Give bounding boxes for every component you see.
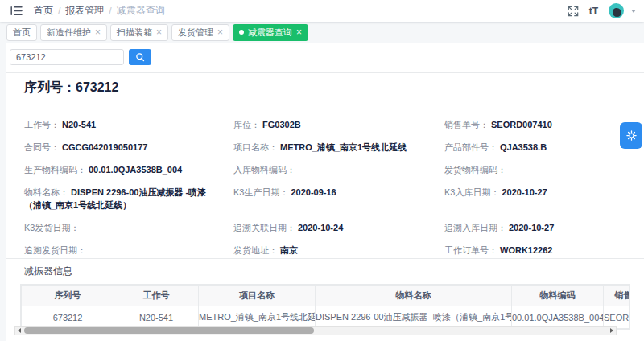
settings-fab-button[interactable] [620,122,642,149]
column-header-material-name: 物料名称 [316,286,512,306]
font-size-icon[interactable]: tT [589,6,598,17]
search-button[interactable] [129,49,151,65]
gear-icon [625,129,638,142]
field-k3-ship-date: K3发货日期： [24,221,233,234]
tab-home[interactable]: 首页 [6,24,37,41]
page-title: 序列号：673212 [24,80,118,97]
tab-scan-packing[interactable]: 扫描装箱 × [110,24,168,41]
results-table-container: 序列号 工作号 项目名称 物料名称 物料编码 销售单号 673212 N20-5… [20,284,630,330]
tab-label: 发货管理 [178,27,213,39]
section-title: 减振器信息 [24,265,644,278]
main-content: 序列号：673212 工作号：N20-541 库位：FG0302B 销售单号：S… [6,43,644,341]
tab-label: 首页 [13,27,31,39]
breadcrumb-item-reports[interactable]: 报表管理 [65,4,104,18]
breadcrumb-item-current: 减震器查询 [117,4,165,18]
field-ship-material-code: 发货物料编码： [444,163,633,176]
tab-close-icon[interactable]: × [95,27,101,37]
horizontal-scrollbar[interactable] [14,326,617,335]
column-header-project: 项目名称 [199,286,316,306]
tab-close-icon[interactable]: × [296,27,302,37]
column-header-sales-order: 销售单号 [604,286,630,306]
user-menu-caret-icon[interactable] [631,10,636,13]
field-product-part-no: 产品部件号：QJA3538.B [444,141,633,154]
breadcrumb: 首页 / 报表管理 / 减震器查询 [34,4,165,18]
navbar-actions: tT [568,3,636,18]
scrollbar-thumb[interactable] [24,327,314,334]
field-prod-material-code: 生产物料编码：00.01.0QJA3538B_004 [24,163,233,176]
field-trace-link-date: 追溯关联日期：2020-10-24 [233,221,444,234]
collapse-menu-button[interactable] [8,3,24,19]
tab-new-part-maintenance[interactable]: 新造件维护 × [40,24,107,41]
column-header-material-code: 物料编码 [512,286,604,306]
top-navbar: 首页 / 报表管理 / 减震器查询 tT [0,0,644,22]
tab-damper-query[interactable]: 减震器查询 × [233,24,308,41]
tab-close-icon[interactable]: × [156,27,162,37]
field-k3-inbound-date: K3入库日期：2020-10-27 [444,186,633,212]
field-work-no: 工作号：N20-541 [24,118,233,131]
field-contract-no: 合同号：CGCG042019050177 [24,141,233,154]
field-location: 库位：FG0302B [233,118,444,131]
collapse-menu-icon [10,6,23,16]
field-ship-address: 发货地址：南京 [233,244,444,257]
table-header-row: 序列号 工作号 项目名称 物料名称 物料编码 销售单号 [22,286,630,306]
field-work-order-no: 工作订单号：WORK12262 [444,244,633,257]
field-k3-prod-date: K3生产日期：2020-09-16 [233,186,444,212]
breadcrumb-separator: / [109,6,111,17]
divider [6,72,644,73]
tag-tab-bar: 首页 新造件维护 × 扫描装箱 × 发货管理 × 减震器查询 × [0,22,644,43]
damper-info-section: 减振器信息 序列号 工作号 项目名称 物料名称 物料编码 销售单号 6 [6,258,644,330]
search-bar [10,49,151,65]
tab-label: 减震器查询 [248,27,292,39]
field-project-name: 项目名称：METRO_浦镇_南京1号线北延线 [233,141,444,154]
results-table: 序列号 工作号 项目名称 物料名称 物料编码 销售单号 673212 N20-5… [21,285,630,329]
field-inbound-material-code: 入库物料编码： [233,163,444,176]
field-trace-ship-date: 追溯发货日期： [24,244,233,257]
breadcrumb-separator: / [58,6,60,17]
column-header-serial: 序列号 [22,286,114,306]
detail-fields: 工作号：N20-541 库位：FG0302B 销售单号：SEORD007410 … [24,118,633,257]
breadcrumb-item-home[interactable]: 首页 [34,4,53,18]
tab-shipping-management[interactable]: 发货管理 × [171,24,229,41]
tab-label: 扫描装箱 [117,27,152,39]
field-material-name: 物料名称：DISPEN 2296-00油压减振器 -喷漆（浦镇_南京1号线北延线… [24,186,233,212]
active-tab-dot [239,30,244,35]
avatar[interactable] [609,3,624,18]
column-header-work-no: 工作号 [114,286,199,306]
tab-label: 新造件维护 [47,27,91,39]
serial-search-input[interactable] [10,49,124,65]
field-sales-order: 销售单号：SEORD007410 [444,118,633,131]
tab-close-icon[interactable]: × [217,27,223,37]
field-trace-inbound-date: 追溯入库日期：2020-10-27 [444,221,633,234]
search-icon [135,52,145,62]
scrollbar-left-arrow-icon[interactable] [15,327,23,335]
scrollbar-right-arrow-icon[interactable] [608,327,616,335]
fullscreen-icon[interactable] [568,6,579,17]
